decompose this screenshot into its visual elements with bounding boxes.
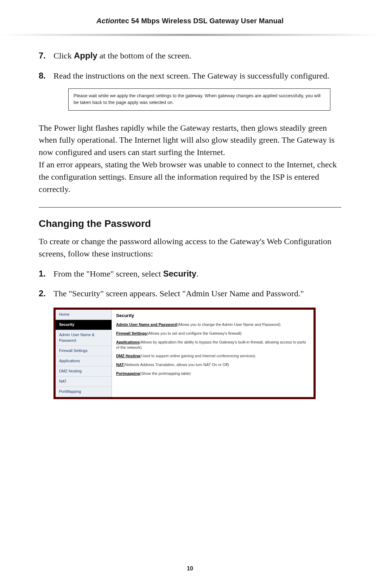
step-7: 7. Click Apply at the bottom of the scre… [39, 50, 341, 62]
step-body: From the "Home" screen, select Security. [53, 268, 341, 280]
entry-dmz: DMZ Hosting(Used to support online gamin… [116, 353, 309, 359]
step-body: Click Apply at the bottom of the screen. [53, 50, 341, 62]
step-number: 8. [39, 70, 53, 114]
step-body: Read the instructions on the next screen… [53, 70, 341, 114]
security-screenshot: Home Security Admin User Name & Password… [53, 308, 316, 399]
sidebar-item-security[interactable]: Security [56, 320, 112, 330]
step-1: 1. From the "Home" screen, select Securi… [39, 268, 341, 280]
steps-section: 1. From the "Home" screen, select Securi… [39, 268, 341, 300]
section-title: Changing the Password [39, 217, 341, 231]
link-firewall[interactable]: Firewall Settings [116, 331, 147, 335]
sidebar-item-nat[interactable]: NAT [56, 377, 112, 387]
main-pane-title: Security [116, 312, 309, 319]
sidebar-item-admin-password[interactable]: Admin User Name & Password [56, 330, 112, 346]
sidebar-item-portmapping[interactable]: PortMapping [56, 387, 112, 397]
section-intro: To create or change the password allowin… [39, 235, 341, 260]
step-8: 8. Read the instructions on the next scr… [39, 70, 341, 114]
step-number: 1. [39, 268, 53, 280]
step-number: 2. [39, 287, 53, 300]
paragraph-power-light: The Power light flashes rapidly while th… [39, 122, 341, 159]
sidebar-item-home[interactable]: Home [56, 310, 112, 320]
screenshot-inner: Home Security Admin User Name & Password… [56, 310, 314, 397]
entry-portmapping: Portmapping(Show the portmapping table) [116, 371, 309, 376]
sidebar-item-firewall[interactable]: Firewall Settings [56, 346, 112, 356]
entry-firewall: Firewall Settings(Allows you to set and … [116, 331, 309, 336]
apply-message-box: Please wait while we apply the changed s… [68, 88, 330, 111]
link-applications[interactable]: Applications [116, 340, 139, 344]
link-dmz[interactable]: DMZ Hosting [116, 354, 140, 358]
page-number: 10 [0, 565, 380, 572]
page: Actiontec 54 Mbps Wireless DSL Gateway U… [0, 0, 380, 588]
sidebar-item-dmz[interactable]: DMZ Hosting [56, 366, 112, 377]
step-number: 7. [39, 50, 53, 62]
sidebar-item-applications[interactable]: Applications [56, 356, 112, 366]
header-rule [0, 34, 380, 36]
paragraph-error: If an error appears, stating the Web bro… [39, 159, 341, 195]
brand-italic: Action [96, 17, 119, 25]
link-portmapping[interactable]: Portmapping [116, 371, 140, 376]
content: 7. Click Apply at the bottom of the scre… [39, 50, 341, 399]
step-body: The "Security" screen appears. Select "A… [53, 287, 341, 300]
sidebar: Home Security Admin User Name & Password… [56, 310, 112, 397]
main-pane: Security Admin User Name and Password(Al… [112, 310, 314, 397]
entry-admin-password: Admin User Name and Password(Allows you … [116, 322, 309, 327]
section-rule [39, 207, 341, 208]
page-header: Actiontec 54 Mbps Wireless DSL Gateway U… [39, 17, 341, 25]
step-2: 2. The "Security" screen appears. Select… [39, 287, 341, 300]
brand-rest: tec 54 Mbps Wireless DSL Gateway User Ma… [119, 17, 283, 25]
steps-top: 7. Click Apply at the bottom of the scre… [39, 50, 341, 114]
entry-applications: Applications(Allows by application the a… [116, 340, 309, 350]
link-admin-password[interactable]: Admin User Name and Password [116, 322, 177, 327]
link-nat[interactable]: NAT [116, 363, 124, 367]
entry-nat: NAT(Network Address Translation, allows … [116, 362, 309, 367]
